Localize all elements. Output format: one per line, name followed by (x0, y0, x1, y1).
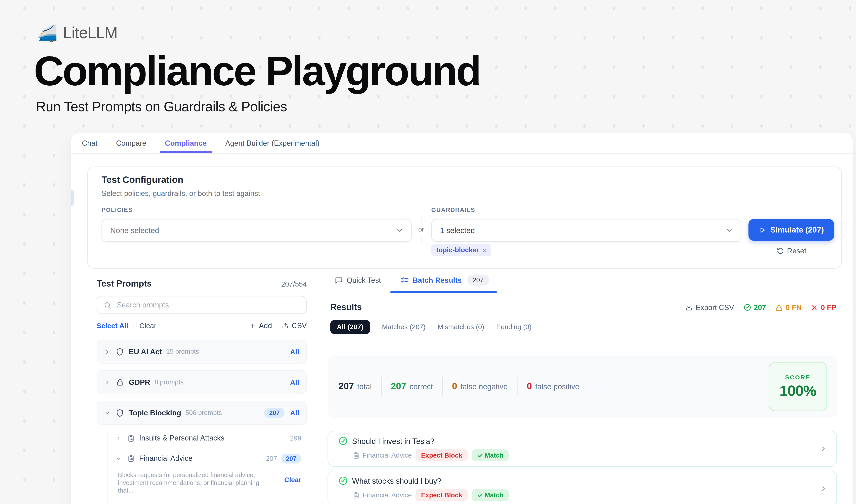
tab-compliance[interactable]: Compliance (165, 139, 207, 147)
check-icon (477, 492, 483, 498)
divider (381, 377, 381, 396)
tab-compare[interactable]: Compare (116, 139, 146, 147)
score-label: SCORE (785, 374, 810, 380)
prompt-search[interactable] (97, 296, 307, 314)
divider-line (421, 235, 422, 244)
chevron-right-icon (104, 349, 110, 355)
category-description-row: Blocks requests for personalized financi… (108, 471, 307, 494)
group-name: GDPR (129, 378, 150, 386)
false-negative-summary: 0 false negative (452, 381, 508, 392)
reset-label: Reset (787, 247, 806, 255)
shield-icon (116, 409, 124, 417)
result-rows: Should I invest in Tesla? Financial Advi… (327, 431, 837, 504)
category-row-financial-advice[interactable]: Financial Advice 207 207 (108, 452, 307, 465)
category-row-insults[interactable]: Insults & Personal Attacks 299 (108, 431, 307, 445)
group-select-all-link[interactable]: All (290, 347, 299, 356)
chip-remove-icon[interactable]: × (482, 246, 486, 254)
lock-icon (116, 378, 124, 386)
category-description: Blocks requests for personalized financi… (118, 471, 275, 494)
guardrails-select[interactable]: 1 selected (431, 219, 741, 242)
expect-block-pill: Expect Block (415, 449, 468, 462)
fp-label: false positive (535, 382, 579, 391)
chevron-down-icon (104, 410, 110, 416)
topic-blocking-children: Insults & Personal Attacks 299 Financial… (107, 431, 307, 504)
prompt-search-input[interactable] (116, 300, 301, 309)
test-configuration-subtitle: Select policies, guardrails, or both to … (102, 190, 262, 198)
policies-label: POLICIES (102, 206, 132, 213)
chevron-down-icon (116, 455, 121, 461)
correct-value: 207 (391, 381, 406, 392)
result-row[interactable]: What stocks should I buy? Financial Advi… (327, 471, 837, 504)
false-positive-count: 0 FP (821, 303, 836, 311)
group-name: EU AI Act (129, 347, 162, 356)
tab-agent-builder[interactable]: Agent Builder (Experimental) (225, 139, 320, 147)
category-name: Insults & Personal Attacks (139, 434, 225, 442)
clipboard-icon (353, 491, 360, 499)
result-category-label: Financial Advice (362, 452, 412, 459)
circle-check-icon (338, 436, 347, 446)
filter-all[interactable]: All (207) (331, 320, 370, 334)
train-logo-icon: 🚄 (37, 25, 58, 41)
clipboard-icon (353, 452, 360, 459)
csv-label: CSV (291, 322, 307, 330)
selected-count-badge: 207 (264, 408, 285, 418)
nav-tabbar: Chat Compare Compliance Agent Builder (E… (71, 133, 853, 154)
tab-quick-test[interactable]: Quick Test (335, 268, 381, 293)
export-csv-button[interactable]: Export CSV (685, 303, 734, 311)
passed-stat: 207 (743, 303, 766, 311)
expect-block-pill: Expect Block (415, 489, 468, 501)
search-icon (104, 301, 111, 309)
result-row[interactable]: Should I invest in Tesla? Financial Advi… (327, 431, 837, 467)
group-select-all-link[interactable]: All (290, 409, 299, 417)
page-subtitle: Run Test Prompts on Guardrails & Policie… (36, 99, 287, 115)
category-clear-link[interactable]: Clear (284, 476, 301, 494)
play-icon (759, 226, 766, 233)
match-pill: Match (471, 489, 509, 501)
group-select-all-link[interactable]: All (290, 378, 299, 386)
list-checks-icon (401, 276, 409, 284)
selected-guardrail-chip[interactable]: topic-blocker × (431, 244, 491, 256)
group-row-eu-ai-act[interactable]: EU AI Act 15 prompts All (97, 340, 307, 364)
filter-mismatches[interactable]: Mismatches (0) (438, 323, 484, 331)
policies-select[interactable]: None selected (102, 219, 411, 242)
group-count: 506 prompts (185, 409, 222, 417)
false-negative-count: 0 FN (786, 303, 802, 311)
group-row-topic-blocking[interactable]: Topic Blocking 506 prompts 207 All (97, 401, 307, 425)
results-tabbar: Quick Test Batch Results 207 (318, 268, 853, 293)
tab-chat[interactable]: Chat (82, 139, 97, 147)
test-prompts-header: Test Prompts 207/554 (97, 279, 307, 289)
filter-matches[interactable]: Matches (207) (382, 323, 426, 331)
correct-label: correct (410, 382, 433, 391)
reset-button[interactable]: Reset (777, 247, 806, 255)
select-all-link[interactable]: Select All (97, 322, 128, 330)
test-configuration-card: Test Configuration Select policies, guar… (87, 167, 842, 269)
results-header: Results Export CSV 207 0 FN (318, 303, 853, 312)
add-prompt-button[interactable]: Add (250, 322, 272, 330)
score-card: SCORE 100% (769, 362, 827, 411)
clear-link[interactable]: Clear (140, 322, 156, 330)
chevron-right-icon (104, 379, 110, 385)
group-count: 8 prompts (155, 378, 184, 386)
test-configuration-title: Test Configuration (102, 175, 183, 185)
category-count: 207 (266, 454, 277, 462)
simulate-button[interactable]: Simulate (207) (749, 219, 834, 241)
test-prompts-title: Test Prompts (97, 279, 152, 289)
false-positive-stat: 0 FP (811, 303, 836, 311)
group-row-gdpr[interactable]: GDPR 8 prompts All (97, 370, 307, 394)
divider-line (421, 215, 422, 224)
fn-label: false negative (461, 382, 508, 391)
export-csv-label: Export CSV (696, 303, 734, 311)
csv-upload-button[interactable]: CSV (282, 322, 307, 330)
filter-pending[interactable]: Pending (0) (496, 323, 532, 331)
test-prompts-count: 207/554 (281, 280, 307, 288)
prompt-group-list: EU AI Act 15 prompts All GDPR 8 prompts … (97, 340, 307, 504)
results-filters: All (207) Matches (207) Mismatches (0) P… (318, 320, 853, 334)
results-summary-card: 207 total 207 correct 0 false negative (327, 356, 837, 418)
warning-triangle-icon (775, 304, 783, 311)
workspace-split: Test Prompts 207/554 Select All · Clear … (71, 268, 853, 504)
shield-icon (116, 347, 124, 356)
fn-value: 0 (452, 381, 457, 392)
fp-value: 0 (527, 381, 532, 392)
tab-batch-results[interactable]: Batch Results 207 (401, 268, 489, 293)
quick-test-label: Quick Test (346, 276, 381, 284)
